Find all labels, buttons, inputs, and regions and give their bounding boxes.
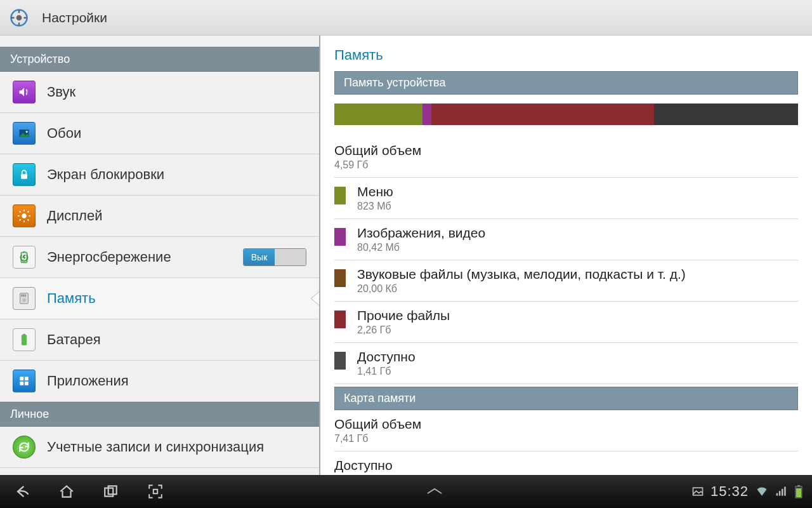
row-available[interactable]: Доступно 1,41 Гб	[334, 343, 798, 384]
home-button[interactable]	[44, 475, 89, 508]
row-title: Доступно	[357, 349, 416, 364]
row-sd-total[interactable]: Общий объем 7,41 Гб	[334, 410, 798, 451]
row-title: Меню	[357, 184, 393, 199]
row-sub: 823 Мб	[357, 201, 393, 212]
svg-rect-28	[25, 377, 29, 380]
row-total-space[interactable]: Общий объем 4,59 Гб	[334, 137, 798, 178]
nav-expand-handle[interactable]	[178, 487, 691, 496]
svg-point-1	[16, 15, 22, 20]
wifi-icon	[755, 485, 769, 498]
sidebar-item-label: Энергосбережение	[47, 249, 171, 265]
recent-apps-button[interactable]	[89, 475, 133, 508]
row-other-files[interactable]: Прочие файлы 2,26 Гб	[334, 302, 798, 343]
row-title: Общий объем	[334, 417, 798, 432]
row-sub: 7,41 Гб	[334, 433, 798, 444]
svg-rect-40	[797, 485, 800, 486]
svg-rect-35	[776, 493, 778, 496]
svg-rect-21	[21, 295, 22, 297]
partial-item-top	[0, 36, 319, 47]
battery-status-icon	[794, 485, 803, 498]
row-images-video[interactable]: Изображения, видео 80,42 Мб	[334, 219, 798, 260]
svg-line-14	[20, 211, 21, 213]
toggle-off-label: Вык	[244, 249, 275, 265]
sidebar-section-personal: Личное	[0, 402, 319, 427]
svg-rect-36	[779, 491, 781, 496]
sidebar-item-label: Дисплей	[47, 208, 102, 224]
svg-rect-25	[22, 335, 26, 345]
sidebar-item-lockscreen[interactable]: Экран блокировки	[0, 154, 319, 196]
row-sd-available[interactable]: Доступно	[334, 451, 798, 475]
row-sub: 2,26 Гб	[357, 324, 450, 336]
color-swatch	[334, 311, 346, 328]
toggle-on-side	[275, 249, 306, 265]
bar-segment-other	[431, 104, 654, 125]
storage-icon	[13, 287, 36, 310]
sidebar-item-power-saving[interactable]: Энергосбережение Вык	[0, 237, 319, 278]
bar-segment-free	[654, 104, 798, 125]
signal-icon	[775, 485, 788, 498]
app-title: Настройки	[42, 10, 107, 25]
svg-rect-8	[21, 174, 27, 179]
sidebar-item-battery[interactable]: Батарея	[0, 319, 319, 361]
row-title: Изображения, видео	[357, 225, 485, 241]
sidebar-item-label: Учетные записи и синхронизация	[47, 439, 264, 455]
back-button[interactable]	[0, 475, 44, 508]
status-clock: 15:32	[710, 483, 749, 500]
apps-icon	[13, 370, 36, 392]
svg-rect-27	[20, 377, 23, 380]
svg-point-9	[22, 213, 26, 218]
storage-usage-bar[interactable]	[334, 104, 798, 125]
row-audio[interactable]: Звуковые файлы (музыка, мелодии, подкаст…	[334, 260, 798, 302]
content-section-sd-card: Карта памяти	[334, 387, 798, 410]
sidebar-item-sound[interactable]: Звук	[0, 72, 319, 113]
settings-gear-icon	[8, 6, 30, 29]
battery-icon	[13, 328, 36, 351]
row-sub: 1,41 Гб	[357, 366, 416, 377]
svg-line-17	[28, 211, 29, 213]
row-title: Прочие файлы	[357, 308, 450, 323]
color-swatch	[334, 269, 346, 287]
svg-line-15	[28, 220, 29, 221]
sidebar-item-label: Обои	[47, 125, 81, 142]
sidebar: Устройство Звук Обои Экран блокировки Ди…	[0, 36, 320, 475]
sidebar-item-apps[interactable]: Приложения	[0, 361, 319, 402]
row-sub: 80,42 Мб	[357, 242, 485, 253]
power-saving-icon	[13, 246, 36, 269]
svg-point-24	[22, 298, 26, 302]
lock-icon	[13, 163, 36, 186]
color-swatch	[334, 228, 346, 246]
sidebar-item-label: Экран блокировки	[47, 166, 164, 183]
color-swatch	[334, 187, 346, 204]
svg-rect-22	[23, 295, 24, 297]
row-title: Звуковые файлы (музыка, мелодии, подкаст…	[357, 267, 686, 282]
screenshot-button[interactable]	[133, 475, 178, 508]
wallpaper-icon	[13, 122, 36, 145]
content-title: Память	[334, 47, 798, 64]
row-menu[interactable]: Меню 823 Мб	[334, 178, 798, 219]
sidebar-section-device: Устройство	[0, 47, 319, 72]
gallery-status-icon	[691, 485, 704, 498]
power-saving-toggle[interactable]: Вык	[243, 248, 306, 266]
row-title: Общий объем	[334, 143, 798, 158]
sound-icon	[13, 81, 36, 104]
display-icon	[13, 204, 36, 227]
sidebar-item-display[interactable]: Дисплей	[0, 196, 319, 237]
sidebar-item-label: Звук	[47, 84, 75, 100]
row-sub: 20,00 Кб	[357, 283, 686, 295]
svg-rect-29	[20, 382, 23, 385]
row-sub: 4,59 Гб	[334, 159, 798, 171]
content-section-device-storage: Память устройства	[334, 71, 798, 95]
status-area[interactable]: 15:32	[691, 483, 812, 500]
svg-rect-19	[23, 251, 25, 253]
sidebar-item-wallpaper[interactable]: Обои	[0, 113, 319, 154]
app-bar: Настройки	[0, 0, 812, 36]
sync-icon	[13, 436, 36, 458]
color-swatch	[334, 352, 346, 370]
sidebar-item-storage[interactable]: Память	[0, 278, 319, 319]
sidebar-item-accounts-sync[interactable]: Учетные записи и синхронизация	[0, 427, 319, 468]
svg-line-16	[20, 220, 21, 221]
row-title: Доступно	[334, 458, 798, 473]
sidebar-item-label: Память	[47, 290, 96, 307]
sidebar-item-label: Батарея	[47, 331, 101, 348]
svg-rect-33	[154, 490, 158, 494]
